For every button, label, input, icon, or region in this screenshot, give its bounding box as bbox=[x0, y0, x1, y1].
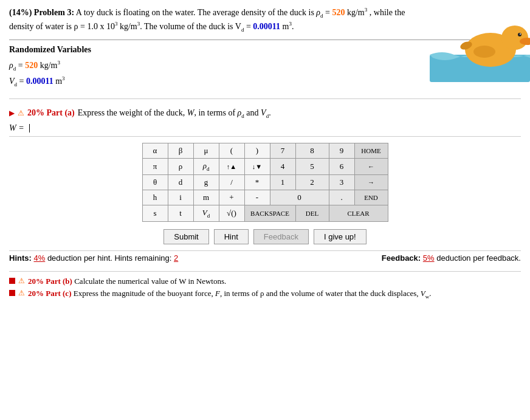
key-end[interactable]: END bbox=[354, 190, 388, 205]
key-7[interactable]: 7 bbox=[270, 143, 295, 159]
keyboard-row-4: h i m + - 0 . END bbox=[142, 190, 388, 205]
key-mu[interactable]: μ bbox=[193, 143, 219, 159]
duck-illustration bbox=[430, 0, 530, 84]
answer-row: W = bbox=[9, 123, 521, 137]
hints-text1: deduction per hint. Hints remaining: bbox=[47, 253, 174, 263]
part-b-item: ⚠ 20% Part (b) Calculate the numerical v… bbox=[9, 277, 521, 286]
keyboard-area: α β μ ( ) 7 8 9 HOME π ρ ρd ↑▲ bbox=[9, 143, 521, 221]
keyboard-row-2: π ρ ρd ↑▲ ↓▼ 4 5 6 ← bbox=[142, 159, 388, 175]
part-b-label: 20% Part (b) bbox=[28, 277, 72, 286]
key-close-paren[interactable]: ) bbox=[244, 143, 270, 159]
svg-point-5 bbox=[520, 33, 521, 35]
rand-vd-val: 0.00011 bbox=[26, 77, 53, 86]
key-m[interactable]: m bbox=[193, 190, 219, 205]
part-a-section: ▶ ⚠ 20% Part (a) Express the weight of t… bbox=[9, 108, 521, 265]
key-backspace[interactable]: BACKSPACE bbox=[244, 205, 295, 221]
part-arrow-icon: ▶ bbox=[9, 109, 15, 118]
part-c-text: Express the magnitude of the buoyant for… bbox=[74, 289, 432, 298]
rho-d-equals: = bbox=[325, 8, 332, 17]
part-c-label: 20% Part (c) bbox=[28, 289, 71, 298]
key-home[interactable]: HOME bbox=[354, 143, 388, 159]
rho-d-value: 520 bbox=[332, 8, 345, 17]
part-b-text: Calculate the numerical value of W in Ne… bbox=[74, 277, 226, 286]
key-open-paren[interactable]: ( bbox=[219, 143, 244, 159]
key-rho[interactable]: ρ bbox=[168, 159, 193, 175]
svg-point-6 bbox=[473, 46, 495, 58]
hints-bar: Hints: 4% deduction per hint. Hints rema… bbox=[9, 250, 521, 265]
key-down-arrow[interactable]: ↓▼ bbox=[244, 159, 270, 175]
vd-unit: m3. bbox=[283, 22, 294, 31]
key-minus[interactable]: - bbox=[244, 190, 270, 205]
key-h[interactable]: h bbox=[142, 190, 168, 205]
keyboard-row-5: s t Vd √() BACKSPACE DEL CLEAR bbox=[142, 205, 388, 221]
key-multiply[interactable]: * bbox=[244, 174, 270, 190]
key-rho-d[interactable]: ρd bbox=[193, 159, 219, 175]
submit-button[interactable]: Submit bbox=[163, 229, 208, 244]
part-a-label: 20% Part (a) bbox=[27, 108, 75, 118]
keyboard-row-1: α β μ ( ) 7 8 9 HOME bbox=[142, 143, 388, 159]
key-plus[interactable]: + bbox=[219, 190, 244, 205]
key-clear[interactable]: CLEAR bbox=[329, 205, 388, 221]
key-1[interactable]: 1 bbox=[270, 174, 295, 190]
key-del[interactable]: DEL bbox=[295, 205, 329, 221]
rho-d-symbol: ρd bbox=[316, 8, 323, 17]
part-c-square-icon bbox=[9, 290, 15, 296]
key-decimal[interactable]: . bbox=[329, 190, 354, 205]
key-alpha[interactable]: α bbox=[142, 143, 168, 159]
key-sqrt[interactable]: √() bbox=[219, 205, 244, 221]
part-b-content: 20% Part (b) Calculate the numerical val… bbox=[28, 277, 226, 286]
key-i[interactable]: i bbox=[168, 190, 193, 205]
svg-point-4 bbox=[518, 33, 521, 36]
key-8[interactable]: 8 bbox=[295, 143, 329, 159]
rand-rho-val: 520 bbox=[25, 61, 38, 70]
hints-label: Hints: bbox=[9, 253, 32, 263]
feedback-label: Feedback: bbox=[382, 253, 421, 263]
parts-below: ⚠ 20% Part (b) Calculate the numerical v… bbox=[9, 271, 521, 300]
part-a-header: ▶ ⚠ 20% Part (a) Express the weight of t… bbox=[9, 108, 521, 119]
part-c-content: 20% Part (c) Express the magnitude of th… bbox=[28, 289, 432, 300]
feedback-text: deduction per feedback. bbox=[436, 253, 521, 263]
hints-deduction-pct[interactable]: 4% bbox=[33, 253, 45, 263]
key-3[interactable]: 3 bbox=[329, 174, 354, 190]
rho-d-unit: kg/m3 bbox=[347, 8, 367, 17]
key-beta[interactable]: β bbox=[168, 143, 193, 159]
key-0[interactable]: 0 bbox=[270, 190, 329, 205]
answer-input[interactable] bbox=[29, 123, 272, 133]
feedback-button: Feedback bbox=[253, 229, 309, 244]
answer-label: W = bbox=[9, 123, 24, 133]
hints-remaining[interactable]: 2 bbox=[174, 253, 178, 263]
math-keyboard: α β μ ( ) 7 8 9 HOME π ρ ρd ↑▲ bbox=[142, 143, 388, 221]
problem-number: (14%) Problem 3: bbox=[9, 8, 74, 17]
key-theta[interactable]: θ bbox=[142, 174, 168, 190]
key-vd[interactable]: Vd bbox=[193, 205, 219, 221]
part-b-square-icon bbox=[9, 278, 15, 284]
part-b-warning-icon: ⚠ bbox=[18, 277, 25, 286]
vd-value: 0.00011 bbox=[253, 22, 280, 31]
part-a-text: Express the weight of the duck, W, in te… bbox=[78, 108, 271, 119]
feedback-pct[interactable]: 5% bbox=[423, 253, 435, 263]
key-5[interactable]: 5 bbox=[295, 159, 329, 175]
key-t[interactable]: t bbox=[168, 205, 193, 221]
key-d[interactable]: d bbox=[168, 174, 193, 190]
hint-button[interactable]: Hint bbox=[214, 229, 249, 244]
key-right-arrow[interactable]: → bbox=[354, 174, 388, 190]
key-g[interactable]: g bbox=[193, 174, 219, 190]
svg-point-2 bbox=[501, 26, 528, 50]
problem-desc: A toy duck is floating on the water. The… bbox=[76, 8, 317, 17]
main-container: (14%) Problem 3: A toy duck is floating … bbox=[0, 0, 530, 308]
key-s[interactable]: s bbox=[142, 205, 168, 221]
key-2[interactable]: 2 bbox=[295, 174, 329, 190]
key-6[interactable]: 6 bbox=[329, 159, 354, 175]
give-up-button[interactable]: I give up! bbox=[314, 229, 367, 244]
section-divider bbox=[9, 98, 521, 99]
key-9[interactable]: 9 bbox=[329, 143, 354, 159]
key-divide[interactable]: / bbox=[219, 174, 244, 190]
key-4[interactable]: 4 bbox=[270, 159, 295, 175]
hints-right: Feedback: 5% deduction per feedback. bbox=[382, 253, 521, 263]
key-pi[interactable]: π bbox=[142, 159, 168, 175]
warning-triangle-icon: ⚠ bbox=[18, 109, 24, 118]
action-buttons: Submit Hint Feedback I give up! bbox=[9, 229, 521, 244]
key-left-arrow[interactable]: ← bbox=[354, 159, 388, 175]
key-up-arrow[interactable]: ↑▲ bbox=[219, 159, 244, 175]
keyboard-row-3: θ d g / * 1 2 3 → bbox=[142, 174, 388, 190]
